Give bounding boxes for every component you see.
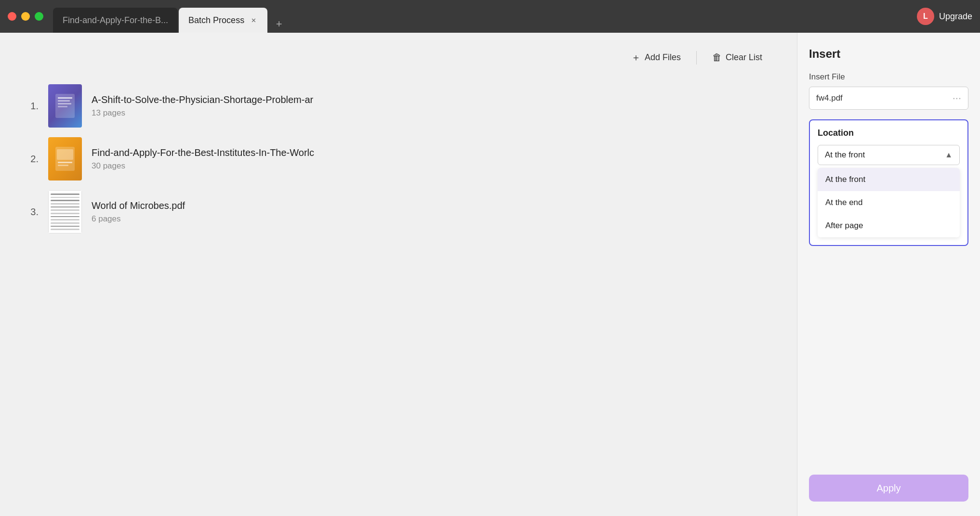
upgrade-button[interactable]: L Upgrade <box>917 8 972 25</box>
location-dropdown[interactable]: At the front ▲ <box>818 145 960 165</box>
add-files-button[interactable]: ＋ Add Files <box>625 47 687 68</box>
insert-file-field[interactable]: fw4.pdf ··· <box>809 87 968 110</box>
file-thumbnail <box>48 137 82 181</box>
add-files-label: Add Files <box>645 52 681 63</box>
chevron-up-icon: ▲ <box>945 151 953 159</box>
apply-button[interactable]: Apply <box>809 475 968 502</box>
list-item: 3. <box>19 190 778 233</box>
add-tab-button[interactable]: + <box>270 15 288 33</box>
thumbnail-graphic <box>53 91 77 120</box>
tab-batch[interactable]: Batch Process ✕ <box>179 8 267 33</box>
list-item: 1. A-Shift-to-Solve-the-Physician-Shorta <box>19 84 778 128</box>
main-content: ＋ Add Files 🗑 Clear List 1. <box>0 33 980 516</box>
svg-rect-4 <box>58 106 67 107</box>
file-thumbnail <box>48 84 82 128</box>
tab-close-icon[interactable]: ✕ <box>249 16 258 25</box>
minimize-button[interactable] <box>21 12 30 21</box>
tab-bar: Find-and-Apply-For-the-B... Batch Proces… <box>53 0 917 33</box>
file-pages: 30 pages <box>92 161 314 171</box>
upgrade-label: Upgrade <box>939 12 972 22</box>
file-thumbnail <box>48 190 82 233</box>
option-at-the-end[interactable]: At the end <box>818 191 960 214</box>
clear-list-button[interactable]: 🗑 Clear List <box>706 48 768 67</box>
left-panel: ＋ Add Files 🗑 Clear List 1. <box>0 33 797 516</box>
traffic-lights <box>8 12 43 21</box>
svg-rect-6 <box>57 149 73 160</box>
file-list: 1. A-Shift-to-Solve-the-Physician-Shorta <box>19 84 778 233</box>
apply-label: Apply <box>876 483 901 494</box>
file-pages: 6 pages <box>92 214 185 224</box>
insert-file-label: Insert File <box>809 72 968 82</box>
svg-rect-3 <box>58 103 71 104</box>
option-after-page[interactable]: After page <box>818 214 960 237</box>
file-number: 1. <box>19 101 39 112</box>
svg-rect-7 <box>58 162 72 163</box>
insert-file-value: fw4.pdf <box>816 93 949 103</box>
plus-icon: ＋ <box>631 51 641 64</box>
titlebar: Find-and-Apply-For-the-B... Batch Proces… <box>0 0 980 33</box>
svg-rect-8 <box>58 165 68 166</box>
file-info: World of Microbes.pdf 6 pages <box>92 200 185 224</box>
file-info: Find-and-Apply-For-the-Best-Institutes-I… <box>92 147 314 171</box>
panel-title: Insert <box>809 47 968 61</box>
thumbnail-graphic <box>53 144 77 173</box>
tab-batch-label: Batch Process <box>188 15 244 26</box>
clear-list-label: Clear List <box>726 52 762 63</box>
location-section: Location At the front ▲ At the front At … <box>809 119 968 246</box>
right-panel: Insert Insert File fw4.pdf ··· Location … <box>797 33 980 516</box>
file-name: A-Shift-to-Solve-the-Physician-Shortage-… <box>92 94 313 105</box>
user-avatar: L <box>917 8 934 25</box>
option-at-the-front[interactable]: At the front <box>818 168 960 191</box>
file-pages: 13 pages <box>92 108 313 118</box>
svg-rect-1 <box>58 97 72 99</box>
list-item: 2. Find-and-Apply-For-the-Best-Institute… <box>19 137 778 181</box>
toolbar: ＋ Add Files 🗑 Clear List <box>19 47 778 79</box>
toolbar-separator <box>696 51 697 64</box>
trash-icon: 🗑 <box>712 52 722 63</box>
file-menu-icon[interactable]: ··· <box>953 92 961 104</box>
close-button[interactable] <box>8 12 16 21</box>
location-selected-text: At the front <box>825 150 865 160</box>
maximize-button[interactable] <box>35 12 43 21</box>
file-name: World of Microbes.pdf <box>92 200 185 211</box>
file-name: Find-and-Apply-For-the-Best-Institutes-I… <box>92 147 314 158</box>
location-label: Location <box>818 128 960 138</box>
svg-rect-2 <box>58 100 70 102</box>
file-number: 3. <box>19 206 39 218</box>
add-tab-icon: + <box>276 18 282 30</box>
file-number: 2. <box>19 154 39 165</box>
file-info: A-Shift-to-Solve-the-Physician-Shortage-… <box>92 94 313 118</box>
tab-find-label: Find-and-Apply-For-the-B... <box>63 15 168 26</box>
location-options: At the front At the end After page <box>818 168 960 237</box>
tab-find[interactable]: Find-and-Apply-For-the-B... <box>53 8 178 33</box>
